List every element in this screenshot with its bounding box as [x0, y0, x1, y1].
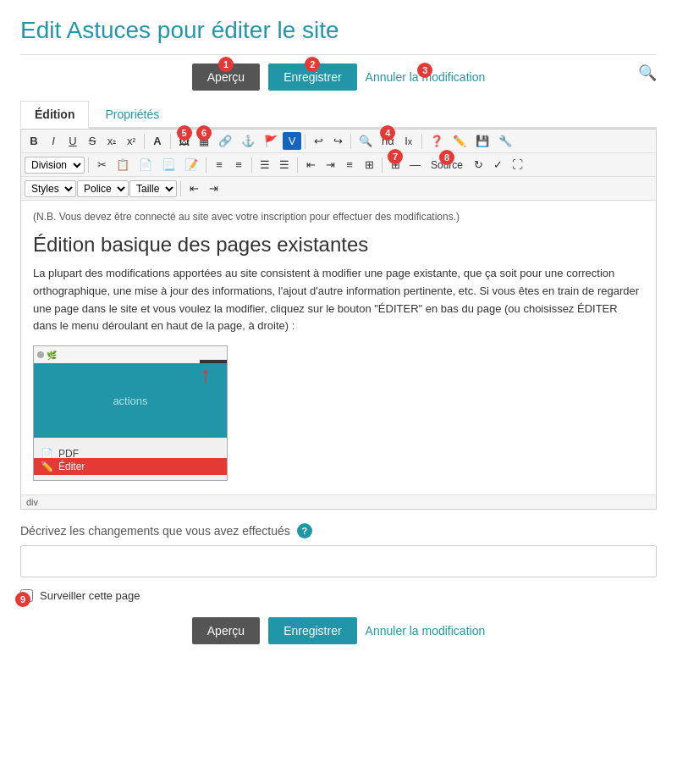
img-bottom-area: 📄 PDF ✏️ Éditer [34, 438, 227, 480]
format-select[interactable]: Division [25, 157, 85, 174]
badge-9: 9 [15, 592, 30, 607]
underline-button[interactable]: U [63, 132, 82, 150]
changes-input[interactable] [20, 545, 657, 577]
tab-proprietes[interactable]: Propriétés [91, 101, 173, 127]
save-wrap: 2 Enregistrer [268, 63, 356, 91]
edit-icon: ✏️ [41, 461, 53, 472]
police-select[interactable]: Police [77, 180, 129, 197]
italic-button[interactable]: I [44, 132, 63, 150]
toolbar-sep-8 [251, 157, 252, 173]
toolbar-row-1: B I U S x₂ x² A 5 🖼 6 ▦ 🔗 ⚓ 🚩 V ↩ ↪ 🔍 4 … [21, 130, 656, 153]
copy-button[interactable]: 📋 [112, 156, 134, 174]
superscript-button[interactable]: x² [122, 132, 140, 150]
watch-label: Surveiller cette page [40, 589, 140, 602]
spellcheck-button[interactable]: ✓ [488, 156, 507, 174]
editor-heading: Édition basique des pages existantes [33, 233, 644, 257]
zoom-icon[interactable]: 🔍 [638, 64, 657, 81]
bold-button[interactable]: B [25, 132, 43, 150]
hr-button[interactable]: — [405, 156, 425, 174]
undo-button[interactable]: ↩ [309, 132, 327, 150]
cancel-button-bottom[interactable]: Annuler la modification [366, 624, 486, 638]
wrench-button[interactable]: 🔧 [494, 132, 516, 150]
changes-label: Décrivez les changements que vous avez e… [20, 523, 657, 538]
bullet-list-button[interactable]: ☰ [256, 156, 274, 174]
top-action-buttons: 1 Aperçu 2 Enregistrer 3 Annuler la modi… [20, 63, 657, 91]
badge-2: 2 [305, 57, 320, 72]
changes-label-text: Décrivez les changements que vous avez e… [20, 524, 290, 538]
watch-row: Surveiller cette page 9 [20, 589, 657, 602]
badge-4: 4 [380, 125, 395, 141]
toolbar-sep-1 [144, 134, 145, 149]
editor-image: 🌿 ⋮ ▾ actions ↑ 📄 PDF ✏️ Éditer [33, 345, 228, 481]
img-edit-row: ✏️ Éditer [34, 458, 227, 475]
editor-container: B I U S x₂ x² A 5 🖼 6 ▦ 🔗 ⚓ 🚩 V ↩ ↪ 🔍 4 … [20, 129, 657, 510]
anchor-button[interactable]: ⚓ [237, 132, 259, 150]
cut-button[interactable]: ✂ [92, 156, 111, 174]
font-color-button[interactable]: A [148, 132, 167, 150]
editor-para: La plupart des modifications apportées a… [33, 265, 644, 335]
img-actions-text: actions [113, 395, 147, 407]
img-red-arrow: ↑ [200, 363, 212, 387]
strikethrough-button[interactable]: S [83, 132, 102, 150]
flag-button[interactable]: 🚩 [260, 132, 282, 150]
tabs-bar: Édition Propriétés [20, 101, 657, 129]
tab-edition[interactable]: Édition [20, 101, 89, 129]
search-button[interactable]: 🔍 [355, 132, 377, 150]
badge-7: 7 [388, 149, 403, 164]
edit-source-button[interactable]: ↻ [469, 156, 487, 174]
badge-6: 6 [196, 125, 212, 141]
editor-note: (N.B. Vous devez être connecté au site a… [33, 211, 644, 223]
badge-8: 8 [439, 150, 454, 165]
badge-1: 1 [218, 57, 234, 72]
editer-label: Éditer [58, 461, 85, 472]
save-draft-button[interactable]: 💾 [471, 132, 493, 150]
paste-button[interactable]: 📄 [135, 156, 157, 174]
indent-button[interactable]: ⇥ [321, 156, 339, 174]
outdent-button[interactable]: ⇤ [301, 156, 320, 174]
preview-button-bottom[interactable]: Aperçu [192, 617, 260, 644]
fullscreen-button[interactable]: ⛶ [508, 156, 527, 174]
justify-button[interactable]: ≡ [340, 156, 359, 174]
toolbar-sep-2 [170, 134, 171, 149]
editor-content[interactable]: (N.B. Vous devez être connecté au site a… [21, 201, 656, 494]
clear-format-button[interactable]: Ix [399, 132, 418, 150]
img-dot [37, 351, 44, 358]
zoom-icon-wrap: 🔍 [638, 63, 657, 82]
badge-5: 5 [177, 125, 192, 141]
bottom-action-buttons: Aperçu Enregistrer Annuler la modificati… [20, 617, 657, 644]
subscript-button[interactable]: x₂ [102, 132, 121, 150]
paste-word-button[interactable]: 📝 [180, 156, 202, 174]
align-left-button[interactable]: ≡ [210, 156, 228, 174]
help-editor-button[interactable]: ❓ [426, 132, 448, 150]
toolbar-sep-11 [180, 181, 181, 196]
num-list-button[interactable]: ☰ [275, 156, 294, 174]
paste-plain-button[interactable]: 📃 [157, 156, 179, 174]
indent-more-button[interactable]: ⇥ [204, 179, 223, 197]
img-leaf-icon: 🌿 [47, 351, 57, 360]
save-button-bottom[interactable]: Enregistrer [268, 617, 356, 644]
below-editor: Décrivez les changements que vous avez e… [20, 510, 657, 602]
link-button[interactable]: 🔗 [214, 132, 236, 150]
redo-button[interactable]: ↪ [328, 132, 347, 150]
v-button[interactable]: V [283, 132, 301, 150]
page-title-dynamic: Astuces pour éditer le site [66, 17, 338, 43]
cancel-wrap: 3 Annuler la modification [366, 69, 486, 85]
toolbar-sep-6 [88, 157, 89, 173]
taille-select[interactable]: Taille [129, 180, 177, 197]
align-right-button[interactable]: ≡ [229, 156, 248, 174]
toolbar-sep-5 [421, 134, 422, 149]
blockquote-button[interactable]: ⊞ [360, 156, 378, 174]
editor-footer-tag: div [26, 497, 38, 507]
page-title: Edit Astuces pour éditer le site [20, 17, 657, 44]
toolbar-row-2: Division ✂ 📋 📄 📃 📝 ≡ ≡ ☰ ☰ ⇤ ⇥ ≡ ⊞ 7 ⊞ —… [21, 153, 656, 177]
toolbar-row-3: Styles Police Taille ⇤ ⇥ [21, 177, 656, 201]
about-button[interactable]: ✏️ [449, 132, 471, 150]
badge-3: 3 [417, 63, 432, 78]
toolbar-sep-3 [305, 134, 305, 149]
help-icon[interactable]: ? [297, 523, 312, 538]
indent-less-button[interactable]: ⇤ [184, 179, 203, 197]
toolbar-sep-7 [206, 157, 206, 173]
img-top-bar: 🌿 [34, 346, 227, 363]
styles-select[interactable]: Styles [25, 180, 76, 197]
top-divider [20, 54, 657, 55]
